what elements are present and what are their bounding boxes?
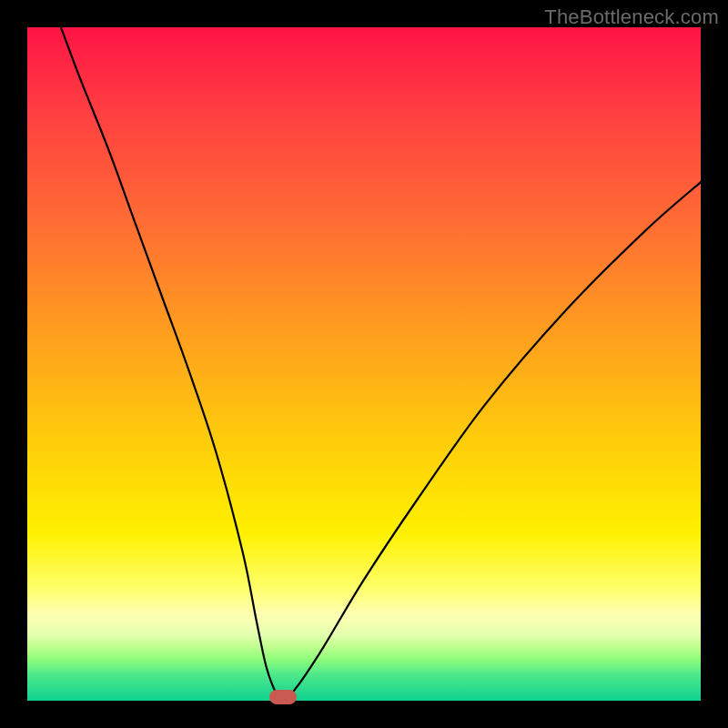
curve-svg	[27, 27, 701, 701]
minimum-marker	[269, 690, 297, 704]
bottleneck-curve-path	[61, 27, 701, 701]
watermark-text: TheBottleneck.com	[544, 5, 719, 29]
plot-area	[27, 27, 701, 701]
chart-stage: TheBottleneck.com	[0, 0, 728, 728]
